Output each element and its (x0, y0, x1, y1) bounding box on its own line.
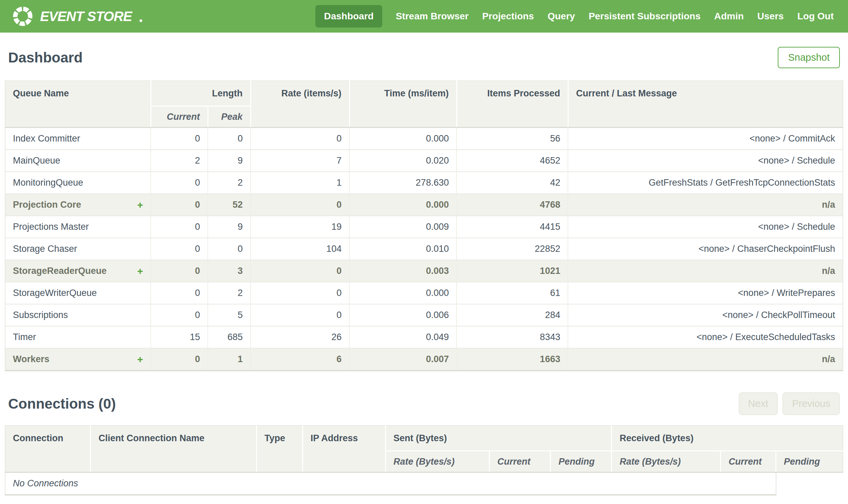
queue-name-cell: MonitoringQueue (5, 172, 151, 194)
queue-time-cell: 0.020 (349, 150, 456, 172)
col-ip-address: IP Address (303, 426, 385, 472)
queue-peak-cell: 3 (208, 260, 251, 282)
col-queue-name: Queue Name (5, 81, 151, 128)
queue-name-cell: StorageWriterQueue (5, 282, 151, 304)
queue-current-cell: 0 (151, 282, 208, 304)
queue-time-cell: 0.003 (349, 260, 456, 282)
main-content: Dashboard Snapshot Queue Name Length Rat… (0, 47, 848, 496)
col-items-processed: Items Processed (456, 81, 568, 128)
queue-message-cell: n/a (568, 348, 843, 371)
queue-name-cell: Projections Master (5, 216, 151, 238)
queue-items-processed-cell: 284 (456, 304, 568, 326)
queue-name-label: Subscriptions (13, 310, 68, 320)
expand-icon[interactable]: + (137, 266, 143, 276)
page-header: Dashboard Snapshot (8, 47, 840, 68)
col-length-peak: Peak (208, 106, 251, 128)
queue-peak-cell: 5 (208, 304, 251, 326)
nav-item-query[interactable]: Query (547, 11, 575, 22)
queue-row: MonitoringQueue021278.63042GetFreshStats… (5, 172, 843, 194)
col-connection: Connection (5, 426, 91, 472)
nav-menu: DashboardStream BrowserProjectionsQueryP… (315, 5, 834, 28)
queue-message-cell: n/a (568, 194, 843, 216)
col-rate: Rate (items/s) (251, 81, 349, 128)
queue-name-label: Storage Chaser (13, 244, 77, 254)
queue-peak-cell: 2 (208, 282, 251, 304)
queue-name-label: Workers (13, 354, 50, 364)
queue-peak-cell: 685 (208, 326, 251, 348)
col-type: Type (256, 426, 303, 472)
queue-message-cell: <none> / ChaserCheckpointFlush (568, 238, 843, 260)
queue-peak-cell: 1 (208, 348, 251, 371)
queue-peak-cell: 0 (208, 238, 251, 260)
queues-table-header: Queue Name Length Rate (items/s) Time (m… (5, 81, 843, 128)
queue-name-label: MonitoringQueue (13, 178, 83, 188)
queue-current-cell: 0 (151, 194, 208, 216)
queues-table: Queue Name Length Rate (items/s) Time (m… (5, 80, 843, 371)
queue-message-cell: <none> / WritePrepares (568, 282, 843, 304)
next-button[interactable]: Next (739, 392, 778, 415)
queue-items-processed-cell: 4652 (456, 150, 568, 172)
queue-name-label: MainQueue (13, 156, 60, 166)
queue-time-cell: 278.630 (349, 172, 456, 194)
trademark-dot (140, 19, 142, 22)
previous-button[interactable]: Previous (782, 392, 840, 415)
connections-table: Connection Client Connection Name Type I… (5, 425, 843, 496)
nav-item-projections[interactable]: Projections (482, 11, 534, 22)
nav-item-log-out[interactable]: Log Out (797, 11, 834, 22)
queue-time-cell: 0.007 (349, 348, 456, 371)
col-length: Length (151, 81, 251, 106)
queue-items-processed-cell: 4415 (456, 216, 568, 238)
nav-item-stream-browser[interactable]: Stream Browser (396, 11, 469, 22)
col-received-rate: Rate (Bytes/s) (612, 451, 721, 472)
queue-message-cell: <none> / Schedule (568, 216, 843, 238)
col-time: Time (ms/item) (349, 81, 456, 128)
queue-name-cell: +StorageReaderQueue (5, 260, 151, 282)
queue-name-cell: +Projection Core (5, 194, 151, 216)
col-received-bytes: Received (Bytes) (612, 426, 843, 451)
queue-time-cell: 0.000 (349, 128, 456, 150)
no-connections-row: No Connections (5, 472, 843, 495)
nav-item-persistent-subscriptions[interactable]: Persistent Subscriptions (589, 11, 701, 22)
queue-items-processed-cell: 61 (456, 282, 568, 304)
queue-items-processed-cell: 1663 (456, 348, 568, 371)
pager: Next Previous (739, 392, 840, 415)
queue-time-cell: 0.009 (349, 216, 456, 238)
queue-rate-cell: 19 (251, 216, 349, 238)
queue-name-label: StorageReaderQueue (13, 266, 107, 276)
queue-message-cell: GetFreshStats / GetFreshTcpConnectionSta… (568, 172, 843, 194)
col-sent-bytes: Sent (Bytes) (385, 426, 611, 451)
connections-title: Connections (0) (8, 395, 116, 413)
connections-table-body: No Connections (5, 472, 843, 495)
expand-icon[interactable]: + (137, 200, 143, 210)
queue-name-cell: +Workers (5, 348, 151, 371)
col-sent-rate: Rate (Bytes/s) (385, 451, 489, 472)
queue-row: +Projection Core05200.0004768n/a (5, 194, 843, 216)
queue-items-processed-cell: 42 (456, 172, 568, 194)
queue-message-cell: <none> / CheckPollTimeout (568, 304, 843, 326)
queue-peak-cell: 9 (208, 216, 251, 238)
queue-name-label: Timer (13, 332, 36, 342)
queue-row: StorageWriterQueue0200.00061<none> / Wri… (5, 282, 843, 304)
nav-item-users[interactable]: Users (757, 11, 784, 22)
expand-icon[interactable]: + (137, 354, 143, 364)
connections-header: Connections (0) Next Previous (8, 392, 840, 415)
queue-row: Index Committer0000.00056<none> / Commit… (5, 128, 843, 150)
nav-item-dashboard[interactable]: Dashboard (315, 5, 382, 28)
queue-current-cell: 0 (151, 172, 208, 194)
brand-name: EVENT STORE (40, 9, 132, 24)
col-sent-pending: Pending (551, 451, 612, 472)
queue-message-cell: <none> / CommitAck (568, 128, 843, 150)
queue-current-cell: 0 (151, 238, 208, 260)
queue-current-cell: 15 (151, 326, 208, 348)
queue-rate-cell: 26 (251, 326, 349, 348)
queue-name-cell: Subscriptions (5, 304, 151, 326)
col-sent-current: Current (489, 451, 550, 472)
brand[interactable]: EVENT STORE (12, 5, 142, 28)
queue-peak-cell: 0 (208, 128, 251, 150)
snapshot-button[interactable]: Snapshot (778, 47, 840, 68)
queue-rate-cell: 0 (251, 304, 349, 326)
page-title: Dashboard (8, 49, 83, 67)
nav-item-admin[interactable]: Admin (714, 11, 744, 22)
queue-name-label: Projection Core (13, 200, 81, 210)
queue-row: +StorageReaderQueue0300.0031021n/a (5, 260, 843, 282)
